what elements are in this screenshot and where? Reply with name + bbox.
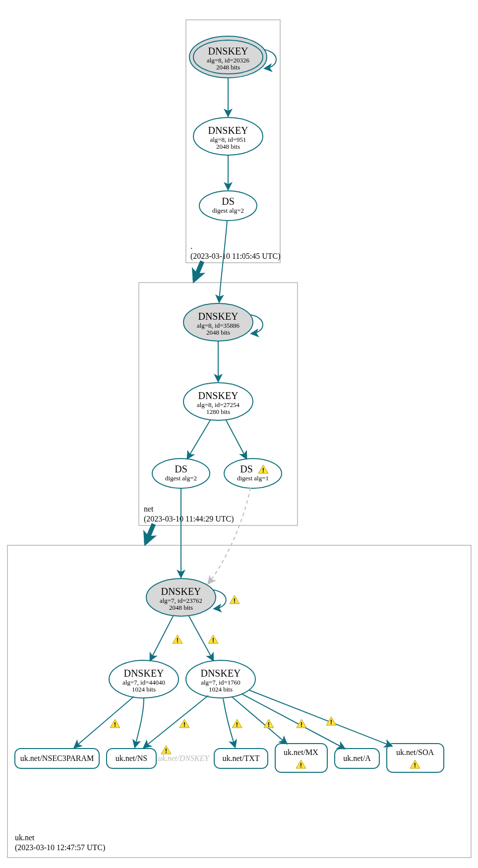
warning-icon	[179, 719, 189, 728]
svg-text:alg=8, id=35886: alg=8, id=35886	[197, 322, 240, 329]
svg-text:DNSKEY: DNSKEY	[200, 668, 240, 679]
svg-text:alg=7, id=1760: alg=7, id=1760	[201, 679, 240, 686]
leaf-ns[interactable]: uk.net/NS	[107, 749, 156, 768]
svg-text:DNSKEY: DNSKEY	[198, 311, 238, 322]
node-net-ds2[interactable]: DS digest alg=2	[152, 459, 210, 488]
svg-text:uk.net/NSEC3PARAM: uk.net/NSEC3PARAM	[20, 754, 94, 762]
svg-text:DS: DS	[240, 463, 253, 474]
dnssec-graph: ! . (2023-03-10 11:05:45 UTC) net (2023-…	[0, 0, 478, 868]
edge-zsk2-txt	[223, 698, 235, 747]
svg-text:uk.net/DNSKEY: uk.net/DNSKEY	[158, 754, 210, 762]
node-uknet-ksk[interactable]: DNSKEY alg=7, id=23762 2048 bits	[146, 579, 216, 616]
warning-icon	[208, 635, 218, 644]
zone-uknet-box	[7, 545, 471, 858]
leaf-txt[interactable]: uk.net/TXT	[214, 749, 268, 768]
svg-text:uk.net/TXT: uk.net/TXT	[222, 754, 259, 762]
edge-net-zsk-ds2	[187, 419, 211, 459]
warning-icon	[232, 719, 242, 728]
svg-text:DNSKEY: DNSKEY	[208, 46, 248, 57]
svg-text:digest alg=2: digest alg=2	[165, 474, 197, 482]
zone-net-ts: (2023-03-10 11:44:29 UTC)	[144, 515, 234, 523]
svg-text:1024 bits: 1024 bits	[132, 686, 156, 693]
svg-text:alg=7, id=23762: alg=7, id=23762	[160, 597, 202, 604]
edge-zsk2-ns	[144, 695, 208, 748]
svg-text:2048 bits: 2048 bits	[206, 329, 230, 336]
svg-text:uk.net/SOA: uk.net/SOA	[396, 748, 434, 756]
svg-text:1280 bits: 1280 bits	[206, 408, 230, 415]
node-uknet-zsk1[interactable]: DNSKEY alg=7, id=44040 1024 bits	[109, 660, 179, 698]
edge-zsk1-ns	[135, 698, 144, 747]
edge-net-ds1-uk-ksk	[208, 488, 250, 583]
node-net-zsk[interactable]: DNSKEY alg=8, id=27254 1280 bits	[183, 383, 253, 420]
node-net-ksk[interactable]: DNSKEY alg=8, id=35886 2048 bits	[183, 303, 253, 341]
zone-uknet-ts: (2023-03-10 12:47:57 UTC)	[15, 843, 105, 852]
zone-net-label: net	[144, 505, 154, 513]
svg-text:uk.net/MX: uk.net/MX	[284, 748, 318, 756]
svg-text:alg=8, id=951: alg=8, id=951	[210, 136, 246, 143]
svg-text:DNSKEY: DNSKEY	[208, 125, 248, 136]
warning-icon	[161, 746, 171, 754]
edge-zone-root-to-net	[194, 261, 202, 280]
edge-zsk2-soa	[249, 690, 392, 746]
svg-text:2048 bits: 2048 bits	[216, 143, 240, 150]
edge-zsk1-nsec3	[74, 696, 134, 748]
edge-zone-net-to-uknet	[146, 524, 154, 543]
node-net-ds1[interactable]: DS digest alg=1	[224, 459, 282, 488]
leaf-a[interactable]: uk.net/A	[335, 749, 379, 768]
leaf-nsec3param[interactable]: uk.net/NSEC3PARAM	[15, 749, 99, 768]
zone-root-ts: (2023-03-10 11:05:45 UTC)	[190, 252, 281, 261]
edge-root-ds-net-ksk	[219, 220, 227, 302]
leaf-mx[interactable]: uk.net/MX	[275, 744, 327, 772]
warning-icon	[110, 719, 120, 728]
svg-text:alg=7, id=44040: alg=7, id=44040	[122, 679, 165, 686]
node-root-ds[interactable]: DS digest alg=2	[199, 191, 257, 221]
svg-text:digest alg=2: digest alg=2	[212, 207, 244, 214]
svg-text:alg=8, id=27254: alg=8, id=27254	[197, 401, 240, 408]
svg-point-24	[224, 459, 282, 488]
edge-uk-ksk-zsk1	[150, 615, 174, 660]
svg-text:alg=8, id=20326: alg=8, id=20326	[207, 57, 250, 64]
node-uknet-zsk2[interactable]: DNSKEY alg=7, id=1760 1024 bits	[186, 660, 255, 698]
leaf-soa[interactable]: uk.net/SOA	[387, 744, 444, 772]
zone-uknet-label: uk.net	[15, 833, 35, 842]
warning-icon	[264, 719, 274, 728]
svg-text:digest alg=1: digest alg=1	[237, 474, 269, 482]
warning-icon	[230, 595, 239, 604]
node-root-ksk[interactable]: DNSKEY alg=8, id=20326 2048 bits	[189, 36, 267, 78]
svg-text:uk.net/NS: uk.net/NS	[116, 754, 147, 762]
svg-text:uk.net/A: uk.net/A	[343, 754, 371, 762]
warning-icon	[173, 635, 182, 644]
svg-text:DS: DS	[222, 196, 235, 207]
edge-zsk2-mx	[232, 697, 287, 744]
svg-text:DNSKEY: DNSKEY	[198, 390, 238, 401]
svg-text:1024 bits: 1024 bits	[209, 686, 233, 693]
svg-text:2048 bits: 2048 bits	[169, 604, 193, 611]
leaf-dnskey-faded: uk.net/DNSKEY	[158, 746, 210, 762]
edge-uk-ksk-zsk2	[188, 615, 213, 660]
svg-text:DNSKEY: DNSKEY	[161, 586, 201, 597]
svg-text:DNSKEY: DNSKEY	[123, 668, 164, 679]
node-root-zsk[interactable]: DNSKEY alg=8, id=951 2048 bits	[193, 117, 263, 155]
edge-net-zsk-ds1	[226, 419, 246, 459]
svg-text:DS: DS	[175, 463, 187, 474]
zone-root-label: .	[190, 242, 192, 250]
svg-text:2048 bits: 2048 bits	[216, 63, 240, 71]
